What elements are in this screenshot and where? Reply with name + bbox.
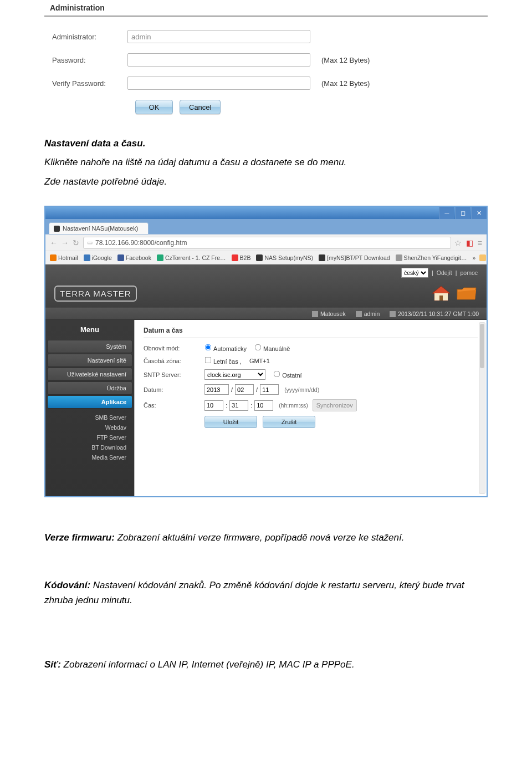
sidebar-sub-smb[interactable]: SMB Server (53, 412, 126, 422)
side-menu-title: Menu (45, 320, 134, 339)
bookmark-cztorrent[interactable]: CzTorrent - 1. CZ Fre… (157, 254, 226, 261)
bookmark-bt[interactable]: [myNS]BT/PT Download (319, 254, 390, 261)
time-second-input[interactable] (254, 400, 273, 411)
sidebar-sub-media[interactable]: Media Server (53, 452, 126, 462)
section-p1: Klikněte nahoře na liště na údaj datumu … (44, 155, 488, 170)
sidebar-item-applications[interactable]: Aplikace (47, 395, 132, 409)
status-clock[interactable]: 2013/02/11 10:31:27 GMT 1:00 (390, 310, 479, 317)
folder-icon[interactable] (456, 285, 478, 302)
nav-reload-icon[interactable]: ↻ (72, 238, 80, 247)
window-titlebar: ─ ◻ ✕ (45, 207, 487, 219)
home-icon[interactable] (431, 285, 451, 302)
sidebar-sub-ftp[interactable]: FTP Server (53, 432, 126, 442)
bookmark-b2b[interactable]: B2B (232, 254, 251, 261)
bookmark-hotmail[interactable]: Hotmail (50, 254, 78, 261)
synchronize-button[interactable]: Synchronizov (313, 399, 357, 411)
window-minimize-button[interactable]: ─ (439, 207, 454, 219)
sidebar-item-user-settings[interactable]: Uživatelské nastavení (47, 368, 132, 381)
app-body: Menu Systém Nastavení sítě Uživatelské n… (45, 320, 487, 496)
sidebar-sub-bt[interactable]: BT Download (53, 442, 126, 452)
section-p2: Zde nastavte potřebné údaje. (44, 175, 488, 189)
sidebar-item-system[interactable]: Systém (47, 340, 132, 353)
radio-sntp-other[interactable]: Ostatní (273, 370, 301, 379)
time-minute-input[interactable] (229, 400, 248, 411)
app-status-bar: Matousek admin 2013/02/11 10:31:27 GMT 1… (45, 308, 487, 320)
cancel-button[interactable]: Cancel (180, 100, 221, 114)
logout-link[interactable]: Odejít (437, 269, 452, 276)
tab-favicon-icon (54, 226, 60, 232)
tab-title: Nastavení NASu(Matousek) (63, 225, 138, 232)
app-header: český | Odejít | pomoc TERRA MASTER (45, 264, 487, 308)
user-icon (356, 311, 362, 317)
date-day-input[interactable] (260, 384, 279, 395)
sit-label: Síť: (44, 659, 61, 670)
sit-text: Zobrazení informací o LAN IP, Internet (… (61, 659, 355, 670)
section-title-datetime: Nastavení data a času. (44, 136, 488, 151)
time-hour-input[interactable] (204, 400, 223, 411)
row-date: Datum: / / (yyyy/mm/dd) (144, 384, 478, 395)
nav-back-icon[interactable]: ← (50, 238, 58, 247)
url-text: 78.102.166.90:8000/config.htm (95, 239, 187, 247)
star-icon[interactable]: ☆ (454, 238, 462, 247)
sidebar-item-maintenance[interactable]: Údržba (47, 381, 132, 395)
bookmark-other[interactable]: » Ostatní záložky (472, 254, 487, 261)
kodovani-text: Nastavení kódování znaků. Po změně kódov… (44, 580, 464, 605)
bookmark-shenzhen[interactable]: ShenZhen YiFangdigit… (396, 254, 467, 261)
label-refresh-mode: Obnovit mód: (144, 345, 204, 352)
pane-cancel-button[interactable]: Zrušit (263, 416, 315, 428)
sidebar-sub-webdav[interactable]: Webdav (53, 422, 126, 432)
main-pane: Datum a čas Obnovit mód: Automaticky Man… (134, 320, 487, 496)
date-month-input[interactable] (235, 384, 254, 395)
pane-button-row: Uložit Zrušit (204, 416, 478, 428)
doc-section-firmware: Verze firmwaru: Zobrazení aktuální verze… (44, 531, 488, 545)
administration-title: Administration (44, 0, 488, 17)
checkbox-dst[interactable]: Letní čas , (204, 356, 242, 365)
row-sntp: SNTP Server: clock.isc.org Ostatní (144, 369, 478, 380)
toolbar-actions: ☆ ◧ ≡ (454, 238, 482, 247)
bookmark-igoogle[interactable]: iGoogle (84, 254, 112, 261)
url-field[interactable]: ▭ 78.102.166.90:8000/config.htm (83, 237, 451, 249)
date-year-input[interactable] (204, 384, 229, 395)
row-password: Password: (Max 12 Bytes) (44, 53, 488, 67)
input-password[interactable] (127, 53, 310, 67)
nav-forward-icon[interactable]: → (61, 238, 69, 247)
browser-tab[interactable]: Nastavení NASu(Matousek) (49, 222, 149, 234)
sntp-select[interactable]: clock.isc.org (204, 369, 265, 380)
side-menu: Menu Systém Nastavení sítě Uživatelské n… (45, 320, 134, 496)
pane-title: Datum a čas (144, 327, 478, 338)
status-host: Matousek (312, 310, 346, 317)
label-password: Password: (44, 56, 127, 64)
app-header-main-row: TERRA MASTER (54, 279, 478, 308)
window-close-button[interactable]: ✕ (471, 207, 487, 219)
scroll-thumb[interactable] (480, 324, 484, 368)
language-select[interactable]: český (401, 268, 428, 278)
radio-auto[interactable]: Automaticky (204, 344, 247, 352)
time-hint: (hh:mm:ss) (279, 402, 308, 409)
sidebar-item-network[interactable]: Nastavení sítě (47, 354, 132, 367)
browser-tab-strip: Nastavení NASu(Matousek) (45, 219, 487, 235)
window-maximize-button[interactable]: ◻ (455, 207, 470, 219)
svg-rect-2 (439, 296, 443, 300)
admin-button-row: OK Cancel (135, 100, 488, 114)
ok-button[interactable]: OK (135, 100, 173, 114)
hint-verify-password: (Max 12 Bytes) (321, 79, 370, 88)
row-verify-password: Verify Password: (Max 12 Bytes) (44, 77, 488, 90)
clock-icon (390, 311, 396, 317)
menu-icon[interactable]: ≡ (478, 238, 482, 247)
vertical-scrollbar[interactable] (479, 322, 485, 494)
sidebar-subitems: SMB Server Webdav FTP Server BT Download… (45, 409, 134, 468)
input-verify-password[interactable] (127, 77, 310, 90)
bookmark-nas-setup[interactable]: NAS Setup(myNS) (256, 254, 313, 261)
label-timezone: Časobá zóna: (144, 358, 204, 364)
terra-master-logo: TERRA MASTER (54, 286, 137, 302)
nas-app: český | Odejít | pomoc TERRA MASTER Mato… (45, 264, 487, 496)
extension-icon[interactable]: ◧ (466, 238, 473, 247)
page-icon: ▭ (87, 239, 93, 246)
kodovani-label: Kódování: (44, 580, 90, 590)
firmware-text: Zobrazení aktuální verze firmware, popří… (115, 532, 405, 543)
help-link[interactable]: pomoc (460, 269, 478, 276)
radio-manual[interactable]: Manuálně (254, 344, 290, 352)
save-button[interactable]: Uložit (204, 416, 257, 428)
bookmark-facebook[interactable]: Facebook (117, 254, 151, 261)
input-administrator[interactable] (127, 30, 310, 43)
